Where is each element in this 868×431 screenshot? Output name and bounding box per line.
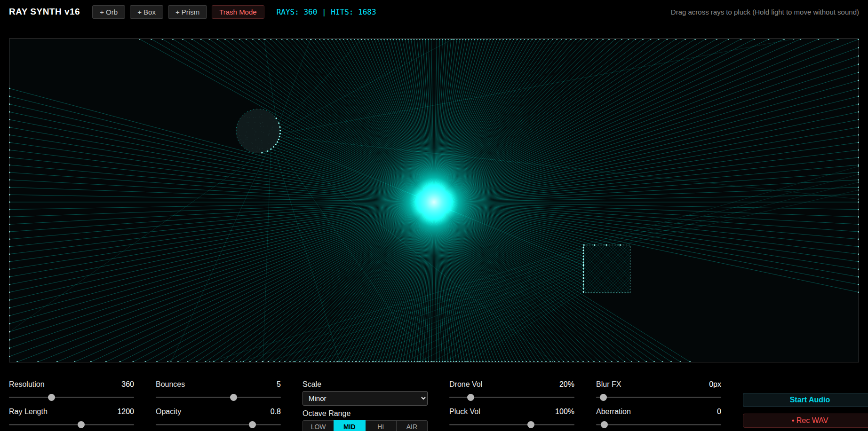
add-orb-button[interactable]: + Orb — [92, 5, 125, 19]
control-col-scale: Scale Minor Octave Range LOW MID HI AIR — [303, 380, 428, 431]
control-col-audio-buttons: Start Audio • Rec WAV — [743, 380, 868, 428]
resolution-slider[interactable] — [9, 391, 134, 403]
control-col-volume: Drone Vol 20% Pluck Vol 100% — [449, 380, 574, 431]
add-box-button[interactable]: + Box — [130, 5, 163, 19]
opacity-value: 0.8 — [271, 407, 281, 416]
drone-vol-label: Drone Vol — [449, 380, 482, 389]
trash-mode-button[interactable]: Trash Mode — [212, 5, 264, 19]
opacity-slider[interactable] — [156, 418, 281, 431]
pluck-vol-label: Pluck Vol — [449, 407, 480, 416]
pluck-vol-value: 100% — [555, 407, 574, 416]
blur-fx-label: Blur FX — [596, 380, 621, 389]
ray-canvas[interactable] — [9, 39, 859, 362]
octave-range-label: Octave Range — [303, 409, 350, 418]
pluck-vol-slider[interactable] — [449, 418, 574, 431]
resolution-value: 360 — [121, 380, 134, 389]
ray-canvas-frame — [9, 39, 859, 362]
control-col-bounces: Bounces 5 Opacity 0.8 — [156, 380, 281, 431]
ray-length-label: Ray Length — [9, 407, 48, 416]
aberration-slider[interactable] — [596, 418, 721, 431]
bounces-slider[interactable] — [156, 391, 281, 403]
control-panel: Resolution 360 Ray Length 1200 Bounces 5… — [0, 380, 868, 431]
ray-length-slider[interactable] — [9, 418, 134, 431]
bounces-value: 5 — [277, 380, 281, 389]
control-col-resolution: Resolution 360 Ray Length 1200 — [9, 380, 134, 431]
octave-option-low[interactable]: LOW — [303, 420, 334, 431]
blur-fx-value: 0px — [709, 380, 721, 389]
bounces-label: Bounces — [156, 380, 185, 389]
start-audio-button[interactable]: Start Audio — [743, 393, 868, 407]
octave-option-hi[interactable]: HI — [365, 420, 397, 431]
octave-option-mid[interactable]: MID — [334, 420, 365, 431]
ray-hit-status: RAYS: 360 | HITS: 1683 — [277, 8, 376, 16]
aberration-value: 0 — [717, 407, 721, 416]
instruction-hint: Drag across rays to pluck (Hold light to… — [671, 8, 859, 16]
resolution-label: Resolution — [9, 380, 45, 389]
add-prism-button[interactable]: + Prism — [168, 5, 207, 19]
drone-vol-slider[interactable] — [449, 391, 574, 403]
octave-range-group: LOW MID HI AIR — [303, 420, 428, 431]
scale-label: Scale — [303, 380, 321, 389]
scale-select[interactable]: Minor — [303, 391, 428, 406]
header-bar: RAY SYNTH v16 + Orb + Box + Prism Trash … — [0, 0, 868, 24]
drone-vol-value: 20% — [559, 380, 574, 389]
app-title: RAY SYNTH v16 — [9, 7, 80, 17]
octave-option-air[interactable]: AIR — [396, 420, 428, 431]
aberration-label: Aberration — [596, 407, 631, 416]
rec-wav-button[interactable]: • Rec WAV — [743, 414, 868, 428]
blur-fx-slider[interactable] — [596, 391, 721, 403]
control-col-fx: Blur FX 0px Aberration 0 — [596, 380, 721, 431]
ray-length-value: 1200 — [117, 407, 134, 416]
opacity-label: Opacity — [156, 407, 181, 416]
